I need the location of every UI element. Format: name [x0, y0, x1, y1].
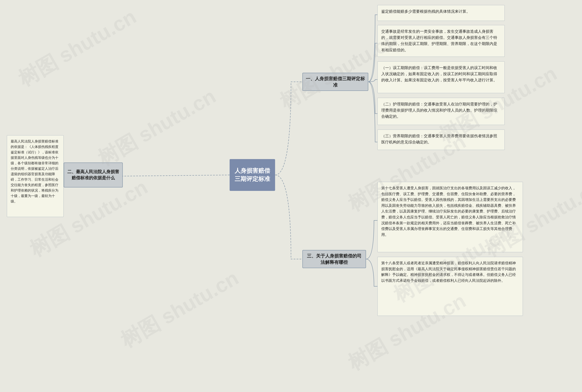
b1-leaf-2-text: （一）误工期限的赔偿：误工费用一般是依据受害人的误工时间和收入状况确定的，如果有… — [381, 66, 497, 82]
left-node-text: 最高人民法院人身损害赔偿标准的依据是：《人体损伤残疾程度鉴定标准（试行）》，该标… — [11, 140, 59, 203]
branch-node-1: 一、人身损害赔偿三期评定标准 — [302, 73, 368, 91]
center-node: 人身损害赔偿三期评定标准 — [230, 159, 275, 191]
top-leaf-node: 鉴定赔偿能赔多少需要根据伤残的具体情况来计算。 — [377, 5, 505, 21]
b1-leaf-2: （一）误工期限的赔偿：误工费用一般是依据受害人的误工时间和收入状况确定的，如果有… — [377, 61, 505, 93]
b1-leaf-1-text: 交通事故是经常发生的一类安全事故，发生交通事故造成人身损害的，就需要对受害人进行… — [381, 29, 497, 52]
b1-leaf-3: （二）护理期限的赔偿：交通事故受害人在治疗期间需要护理的，护理费用是依据护理人员… — [377, 98, 505, 125]
b3-leaf-2: 第十八条受害人或者死者近亲属遭受精神损害，赔偿权利人向人民法院请求赔偿精神损害抚… — [377, 257, 523, 316]
b3-leaf-1: 第十七条受害人遭受人身损害，因就医治疗支出的各项费用以及因误工减少的收入，包括医… — [377, 182, 523, 252]
b3-leaf-2-text: 第十八条受害人或者死者近亲属遭受精神损害，赔偿权利人向人民法院请求赔偿精神损害抚… — [381, 261, 516, 282]
b1-leaf-1: 交通事故是经常发生的一类安全事故，发生交通事故造成人身损害的，就需要对受害人进行… — [377, 25, 505, 57]
branch-3-label: 三、关于人身损害赔偿的司法解释有哪些 — [305, 253, 363, 266]
branch-1-label: 一、人身损害赔偿三期评定标准 — [305, 76, 366, 88]
top-leaf-text: 鉴定赔偿能赔多少需要根据伤残的具体情况来计算。 — [381, 9, 470, 14]
mindmap-container: 人身损害赔偿三期评定标准 最高人民法院人身损害赔偿标准的依据是：《人体损伤残疾程… — [0, 0, 582, 392]
left-content-node: 最高人民法院人身损害赔偿标准的依据是：《人体损伤残疾程度鉴定标准（试行）》，该标… — [7, 135, 64, 217]
branch-node-2: 二、最高人民法院人身损害赔偿标准的依据是什么 — [64, 162, 123, 188]
b1-leaf-4: （三）营养期限的赔偿：交通事受害人营养费用要依据伤者情况参照医疗机构的意见综合确… — [377, 130, 505, 150]
branch-node-3: 三、关于人身损害赔偿的司法解释有哪些 — [302, 250, 366, 268]
b3-leaf-1-text: 第十七条受害人遭受人身损害，因就医治疗支出的各项费用以及因误工减少的收入，包括医… — [381, 186, 516, 236]
branch-2-label: 二、最高人民法院人身损害赔偿标准的依据是什么 — [66, 169, 120, 181]
b1-leaf-4-text: （三）营养期限的赔偿：交通事受害人营养费用要依据伤者情况参照医疗机构的意见综合确… — [381, 134, 497, 144]
b1-leaf-3-text: （二）护理期限的赔偿：交通事故受害人在治疗期间需要护理的，护理费用是依据护理人员… — [381, 102, 497, 118]
